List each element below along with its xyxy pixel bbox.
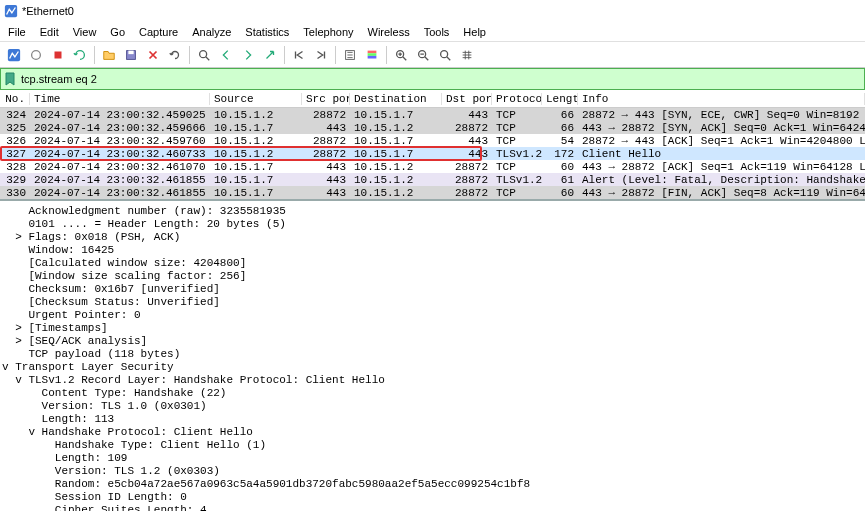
packet-row[interactable]: 3272024-07-14 23:00:32.46073310.15.1.228… <box>0 147 865 160</box>
col-hdr-no[interactable]: No. <box>0 93 30 105</box>
col-hdr-time[interactable]: Time <box>30 93 210 105</box>
menu-view[interactable]: View <box>67 24 103 40</box>
detail-line[interactable]: Acknowledgment number (raw): 3235581935 <box>2 205 863 218</box>
detail-line[interactable]: Random: e5cb04a72ae567a0963c5a4a5901db37… <box>2 478 863 491</box>
cell: 28872 <box>302 109 350 121</box>
colorize-icon[interactable] <box>362 45 382 65</box>
reload-icon[interactable] <box>165 45 185 65</box>
cell: 2024-07-14 23:00:32.459025 <box>30 109 210 121</box>
zoom-in-icon[interactable] <box>391 45 411 65</box>
svg-point-13 <box>441 50 448 57</box>
cell: 2024-07-14 23:00:32.460733 <box>30 148 210 160</box>
packet-row[interactable]: 3242024-07-14 23:00:32.45902510.15.1.228… <box>0 108 865 121</box>
detail-line[interactable]: Length: 109 <box>2 452 863 465</box>
col-hdr-dest[interactable]: Destination <box>350 93 442 105</box>
cell: 325 <box>0 122 30 134</box>
go-to-packet-icon[interactable] <box>260 45 280 65</box>
detail-line[interactable]: Version: TLS 1.0 (0x0301) <box>2 400 863 413</box>
detail-line[interactable]: v Transport Layer Security <box>2 361 863 374</box>
detail-line[interactable]: [Calculated window size: 4204800] <box>2 257 863 270</box>
detail-line[interactable]: 0101 .... = Header Length: 20 bytes (5) <box>2 218 863 231</box>
zoom-reset-icon[interactable] <box>435 45 455 65</box>
detail-line[interactable]: Version: TLS 1.2 (0x0303) <box>2 465 863 478</box>
cell: 2024-07-14 23:00:32.459666 <box>30 122 210 134</box>
menu-capture[interactable]: Capture <box>133 24 184 40</box>
go-first-icon[interactable] <box>289 45 309 65</box>
detail-line[interactable]: v TLSv1.2 Record Layer: Handshake Protoc… <box>2 374 863 387</box>
detail-line[interactable]: > Flags: 0x018 (PSH, ACK) <box>2 231 863 244</box>
menu-edit[interactable]: Edit <box>34 24 65 40</box>
cell: 28872 → 443 [SYN, ECE, CWR] Seq=0 Win=81… <box>578 109 865 121</box>
detail-line[interactable]: Urgent Pointer: 0 <box>2 309 863 322</box>
cell: 327 <box>0 148 30 160</box>
cell: 443 <box>442 109 492 121</box>
go-back-icon[interactable] <box>216 45 236 65</box>
cell: 2024-07-14 23:00:32.459760 <box>30 135 210 147</box>
cell: 443 <box>302 174 350 186</box>
packet-row[interactable]: 3292024-07-14 23:00:32.46185510.15.1.744… <box>0 173 865 186</box>
detail-line[interactable]: Length: 113 <box>2 413 863 426</box>
cell: 443 <box>442 148 492 160</box>
zoom-out-icon[interactable] <box>413 45 433 65</box>
detail-line[interactable]: v Handshake Protocol: Client Hello <box>2 426 863 439</box>
go-forward-icon[interactable] <box>238 45 258 65</box>
menu-go[interactable]: Go <box>104 24 131 40</box>
start-capture-icon[interactable] <box>4 45 24 65</box>
detail-line[interactable]: [Checksum Status: Unverified] <box>2 296 863 309</box>
svg-point-6 <box>200 50 207 57</box>
col-hdr-info[interactable]: Info <box>578 93 865 105</box>
menu-tools[interactable]: Tools <box>418 24 456 40</box>
cell: 10.15.1.7 <box>350 148 442 160</box>
go-last-icon[interactable] <box>311 45 331 65</box>
detail-line[interactable]: Handshake Type: Client Hello (1) <box>2 439 863 452</box>
cell: 443 → 28872 [SYN, ACK] Seq=0 Ack=1 Win=6… <box>578 122 865 134</box>
menu-wireless[interactable]: Wireless <box>362 24 416 40</box>
cell: 443 → 28872 [FIN, ACK] Seq=8 Ack=119 Win… <box>578 187 865 199</box>
cell: Alert (Level: Fatal, Description: Handsh… <box>578 174 865 186</box>
svg-rect-8 <box>368 50 377 53</box>
cell: 443 <box>302 161 350 173</box>
resize-columns-icon[interactable] <box>457 45 477 65</box>
menu-file[interactable]: File <box>2 24 32 40</box>
packet-details-pane[interactable]: Acknowledgment number (raw): 3235581935 … <box>0 199 865 511</box>
display-filter-input[interactable] <box>21 73 862 85</box>
close-file-icon[interactable] <box>143 45 163 65</box>
menu-telephony[interactable]: Telephony <box>297 24 359 40</box>
detail-line[interactable]: TCP payload (118 bytes) <box>2 348 863 361</box>
auto-scroll-icon[interactable] <box>340 45 360 65</box>
detail-line[interactable]: Checksum: 0x16b7 [unverified] <box>2 283 863 296</box>
packet-row[interactable]: 3282024-07-14 23:00:32.46107010.15.1.744… <box>0 160 865 173</box>
filter-bookmark-icon[interactable] <box>3 72 17 86</box>
packet-row[interactable]: 3252024-07-14 23:00:32.45966610.15.1.744… <box>0 121 865 134</box>
detail-line[interactable]: [Window size scaling factor: 256] <box>2 270 863 283</box>
cell: TCP <box>492 135 542 147</box>
packet-list[interactable]: No. Time Source Src port Destination Dst… <box>0 90 865 199</box>
col-hdr-protocol[interactable]: Protocol <box>492 93 542 105</box>
packet-row[interactable]: 3302024-07-14 23:00:32.46185510.15.1.744… <box>0 186 865 199</box>
detail-line[interactable]: Session ID Length: 0 <box>2 491 863 504</box>
col-hdr-dstport[interactable]: Dst port <box>442 93 492 105</box>
restart-capture-icon[interactable] <box>48 45 68 65</box>
packet-row[interactable]: 3262024-07-14 23:00:32.45976010.15.1.228… <box>0 134 865 147</box>
find-packet-icon[interactable] <box>194 45 214 65</box>
cell: 2024-07-14 23:00:32.461855 <box>30 174 210 186</box>
options-icon[interactable] <box>70 45 90 65</box>
open-file-icon[interactable] <box>99 45 119 65</box>
cell: 60 <box>542 161 578 173</box>
detail-line[interactable]: Window: 16425 <box>2 244 863 257</box>
menu-statistics[interactable]: Statistics <box>239 24 295 40</box>
detail-line[interactable]: > [SEQ/ACK analysis] <box>2 335 863 348</box>
col-hdr-srcport[interactable]: Src port <box>302 93 350 105</box>
menu-analyze[interactable]: Analyze <box>186 24 237 40</box>
col-hdr-source[interactable]: Source <box>210 93 302 105</box>
menu-help[interactable]: Help <box>457 24 492 40</box>
detail-line[interactable]: > [Timestamps] <box>2 322 863 335</box>
col-hdr-length[interactable]: Length <box>542 93 578 105</box>
stop-capture-icon[interactable] <box>26 45 46 65</box>
svg-point-2 <box>32 50 41 59</box>
detail-line[interactable]: Content Type: Handshake (22) <box>2 387 863 400</box>
svg-rect-10 <box>368 55 377 58</box>
save-file-icon[interactable] <box>121 45 141 65</box>
cell: 28872 <box>442 174 492 186</box>
detail-line[interactable]: Cipher Suites Length: 4 <box>2 504 863 511</box>
